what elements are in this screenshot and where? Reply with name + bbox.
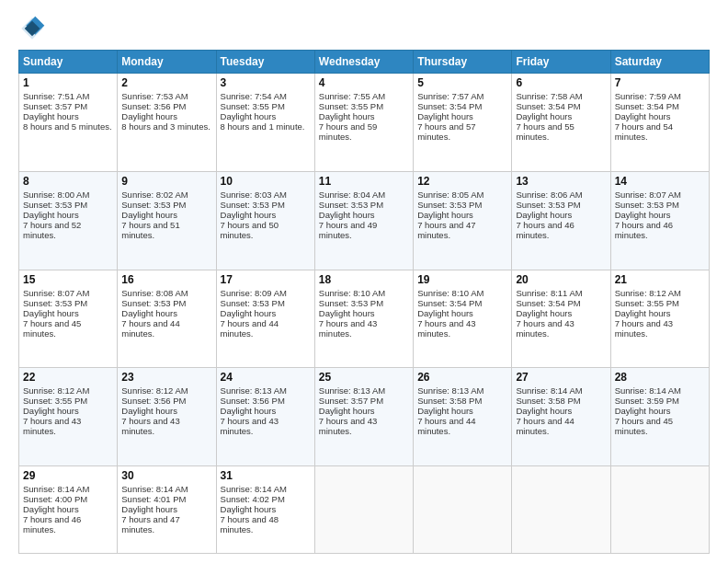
day-number: 23: [121, 371, 211, 384]
calendar-cell: 15 Sunrise: 8:07 AM Sunset: 3:53 PM Dayl…: [19, 270, 118, 368]
daylight-label: Daylight hours: [23, 504, 79, 514]
sunset-label: Sunset: 3:56 PM: [121, 101, 186, 111]
daylight-label: Daylight hours: [23, 308, 79, 318]
sunset-label: Sunset: 3:55 PM: [221, 101, 285, 111]
day-header-wednesday: Wednesday: [314, 51, 413, 74]
day-number: 29: [23, 469, 113, 482]
sunset-label: Sunset: 3:53 PM: [221, 200, 285, 210]
calendar-cell: 28 Sunrise: 8:14 AM Sunset: 3:59 PM Dayl…: [610, 368, 709, 466]
day-number: 20: [516, 273, 606, 286]
daylight-value: 7 hours and 44 minutes.: [121, 318, 179, 339]
day-number: 2: [121, 76, 211, 89]
calendar-cell: 27 Sunrise: 8:14 AM Sunset: 3:58 PM Dayl…: [512, 368, 610, 466]
calendar-table: SundayMondayTuesdayWednesdayThursdayFrid…: [18, 50, 710, 554]
sunrise-label: Sunrise: 8:10 AM: [319, 288, 385, 298]
sunset-label: Sunset: 3:53 PM: [319, 200, 383, 210]
daylight-label: Daylight hours: [319, 111, 375, 121]
sunset-label: Sunset: 3:58 PM: [417, 396, 482, 406]
sunrise-label: Sunrise: 7:58 AM: [516, 91, 582, 101]
daylight-value: 7 hours and 44 minutes.: [516, 416, 574, 436]
day-number: 1: [23, 76, 113, 89]
daylight-value: 7 hours and 43 minutes.: [319, 416, 377, 436]
sunset-label: Sunset: 3:54 PM: [417, 101, 482, 111]
sunrise-label: Sunrise: 8:12 AM: [121, 385, 188, 396]
daylight-value: 8 hours and 5 minutes.: [23, 121, 112, 132]
calendar-cell: [610, 466, 709, 554]
sunset-label: Sunset: 3:53 PM: [615, 200, 679, 210]
calendar-cell: 21 Sunrise: 8:12 AM Sunset: 3:55 PM Dayl…: [610, 270, 709, 368]
daylight-value: 7 hours and 52 minutes.: [23, 220, 81, 240]
week-row-2: 8 Sunrise: 8:00 AM Sunset: 3:53 PM Dayli…: [19, 171, 710, 270]
sunset-label: Sunset: 3:56 PM: [221, 396, 285, 406]
day-number: 24: [221, 371, 311, 384]
day-number: 31: [221, 469, 311, 482]
calendar-cell: [414, 466, 512, 554]
calendar-cell: 4 Sunrise: 7:55 AM Sunset: 3:55 PM Dayli…: [314, 74, 413, 172]
daylight-label: Daylight hours: [516, 406, 572, 416]
sunrise-label: Sunrise: 8:13 AM: [221, 385, 287, 396]
calendar-cell: [512, 466, 610, 554]
day-number: 12: [417, 175, 507, 188]
daylight-value: 7 hours and 59 minutes.: [319, 121, 377, 142]
sunrise-label: Sunrise: 8:14 AM: [516, 385, 582, 396]
daylight-value: 7 hours and 43 minutes.: [121, 416, 179, 436]
daylight-label: Daylight hours: [516, 210, 572, 220]
logo-icon: [18, 15, 46, 42]
daylight-label: Daylight hours: [121, 406, 177, 416]
calendar-cell: 13 Sunrise: 8:06 AM Sunset: 3:53 PM Dayl…: [512, 171, 610, 270]
sunset-label: Sunset: 3:53 PM: [516, 200, 580, 210]
calendar-cell: 3 Sunrise: 7:54 AM Sunset: 3:55 PM Dayli…: [216, 74, 314, 172]
day-number: 16: [121, 273, 211, 286]
daylight-value: 7 hours and 44 minutes.: [221, 318, 279, 339]
sunset-label: Sunset: 3:53 PM: [23, 298, 87, 308]
daylight-label: Daylight hours: [319, 308, 375, 318]
calendar-cell: 9 Sunrise: 8:02 AM Sunset: 3:53 PM Dayli…: [118, 171, 216, 270]
calendar-cell: 1 Sunrise: 7:51 AM Sunset: 3:57 PM Dayli…: [19, 74, 118, 172]
daylight-value: 7 hours and 46 minutes.: [516, 220, 574, 240]
daylight-label: Daylight hours: [221, 504, 277, 514]
sunset-label: Sunset: 3:57 PM: [23, 101, 87, 111]
calendar-cell: 12 Sunrise: 8:05 AM Sunset: 3:53 PM Dayl…: [414, 171, 512, 270]
sunrise-label: Sunrise: 8:07 AM: [23, 288, 89, 298]
sunrise-label: Sunrise: 7:59 AM: [615, 91, 681, 101]
day-header-thursday: Thursday: [414, 51, 512, 74]
sunrise-label: Sunrise: 8:12 AM: [615, 288, 681, 298]
daylight-label: Daylight hours: [23, 111, 79, 121]
sunrise-label: Sunrise: 8:14 AM: [23, 484, 89, 494]
daylight-label: Daylight hours: [121, 210, 177, 220]
week-row-1: 1 Sunrise: 7:51 AM Sunset: 3:57 PM Dayli…: [19, 74, 710, 172]
calendar-cell: 19 Sunrise: 8:10 AM Sunset: 3:54 PM Dayl…: [414, 270, 512, 368]
day-header-monday: Monday: [118, 51, 216, 74]
day-number: 13: [516, 175, 606, 188]
sunset-label: Sunset: 3:54 PM: [615, 101, 679, 111]
calendar-cell: 14 Sunrise: 8:07 AM Sunset: 3:53 PM Dayl…: [610, 171, 709, 270]
daylight-value: 7 hours and 44 minutes.: [417, 416, 475, 436]
sunrise-label: Sunrise: 8:12 AM: [23, 385, 89, 396]
week-row-4: 22 Sunrise: 8:12 AM Sunset: 3:55 PM Dayl…: [19, 368, 710, 466]
sunset-label: Sunset: 3:54 PM: [516, 298, 580, 308]
daylight-value: 7 hours and 49 minutes.: [319, 220, 377, 240]
daylight-label: Daylight hours: [615, 308, 671, 318]
day-header-saturday: Saturday: [610, 51, 709, 74]
sunrise-label: Sunrise: 8:14 AM: [121, 484, 188, 494]
sunset-label: Sunset: 4:01 PM: [121, 494, 186, 504]
day-number: 25: [319, 371, 409, 384]
daylight-label: Daylight hours: [516, 308, 572, 318]
daylight-value: 7 hours and 47 minutes.: [121, 514, 179, 534]
daylight-value: 8 hours and 3 minutes.: [121, 121, 210, 132]
calendar-cell: 10 Sunrise: 8:03 AM Sunset: 3:53 PM Dayl…: [216, 171, 314, 270]
daylight-value: 7 hours and 43 minutes.: [417, 318, 475, 339]
sunrise-label: Sunrise: 8:05 AM: [417, 190, 483, 200]
daylight-label: Daylight hours: [417, 308, 473, 318]
day-number: 5: [417, 76, 507, 89]
daylight-value: 7 hours and 43 minutes.: [615, 318, 673, 339]
daylight-label: Daylight hours: [319, 406, 375, 416]
sunset-label: Sunset: 3:58 PM: [516, 396, 580, 406]
daylight-value: 7 hours and 51 minutes.: [121, 220, 179, 240]
daylight-label: Daylight hours: [23, 210, 79, 220]
sunrise-label: Sunrise: 8:13 AM: [319, 385, 385, 396]
day-number: 27: [516, 371, 606, 384]
daylight-label: Daylight hours: [221, 210, 277, 220]
daylight-value: 7 hours and 48 minutes.: [221, 514, 279, 534]
sunrise-label: Sunrise: 8:03 AM: [221, 190, 287, 200]
